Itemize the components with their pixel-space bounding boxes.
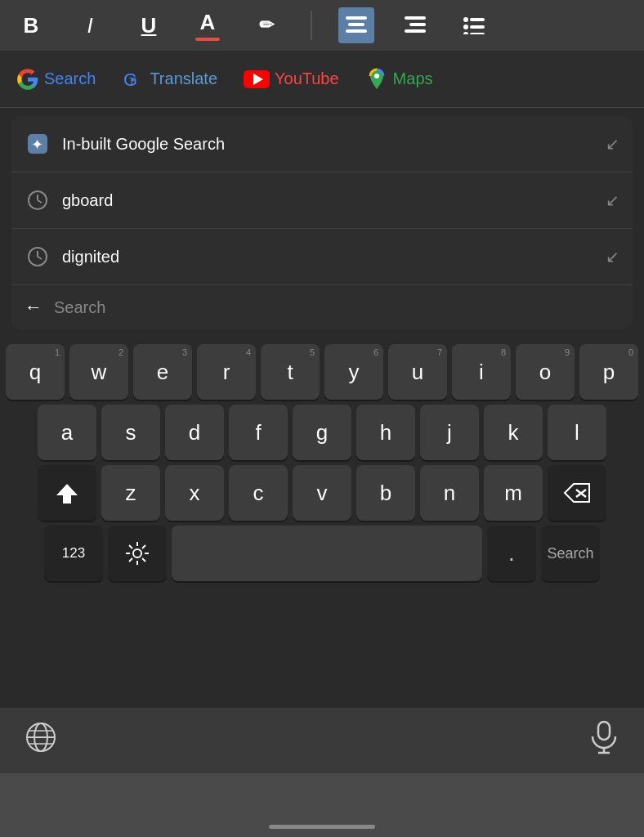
svg-point-6 (463, 17, 468, 22)
svg-rect-3 (405, 16, 426, 20)
dropdown-item-text: dignited (62, 248, 606, 266)
collapse-icon-2: ↙ (606, 190, 619, 210)
bookmark-icon: ✦ (25, 131, 51, 157)
svg-point-14 (374, 74, 379, 78)
key-row-3: z x c v b n m (3, 465, 641, 521)
search-input-row: ← Search (11, 285, 633, 329)
shortcuts-bar: Search G T Translate YouTube Maps (0, 51, 644, 108)
key-m[interactable]: m (484, 465, 543, 521)
key-b[interactable]: b (356, 465, 415, 521)
period-key[interactable]: . (487, 526, 536, 581)
shift-icon (55, 482, 79, 504)
key-row-2: a s d f g h j k l (3, 405, 641, 460)
key-n[interactable]: n (420, 465, 479, 521)
svg-rect-11 (470, 33, 485, 34)
home-bar (269, 825, 375, 829)
key-f[interactable]: f (229, 405, 288, 460)
svg-rect-4 (409, 23, 426, 26)
align-right-button[interactable] (397, 7, 433, 43)
key-a[interactable]: a (38, 405, 96, 460)
shortcut-maps[interactable]: Maps (365, 68, 433, 91)
search-label: Search (44, 69, 96, 88)
shortcut-search[interactable]: Search (16, 68, 96, 91)
shift-key[interactable] (38, 465, 96, 521)
key-y[interactable]: y6 (324, 344, 383, 400)
translate-icon: G T (122, 68, 145, 91)
svg-text:T: T (128, 75, 136, 88)
key-k[interactable]: k (484, 405, 543, 460)
search-key[interactable]: Search (541, 526, 600, 581)
svg-rect-40 (598, 722, 610, 740)
key-l[interactable]: l (548, 405, 606, 460)
svg-point-10 (463, 32, 468, 34)
space-key[interactable] (172, 526, 482, 581)
bold-button[interactable]: B (13, 7, 49, 43)
pencil-button[interactable]: ✏ (248, 7, 284, 43)
dropdown-item-text: gboard (62, 191, 606, 210)
key-d[interactable]: d (165, 405, 224, 460)
svg-line-32 (142, 558, 145, 562)
youtube-icon (244, 70, 270, 88)
youtube-label: YouTube (275, 69, 339, 88)
google-g-icon (16, 68, 39, 91)
key-h[interactable]: h (356, 405, 415, 460)
list-button[interactable] (456, 7, 492, 43)
shortcut-translate[interactable]: G T Translate (122, 68, 217, 91)
svg-rect-9 (470, 25, 485, 29)
key-p[interactable]: p0 (579, 344, 638, 400)
dropdown-item-builtin[interactable]: ✦ In-built Google Search ↙ (11, 116, 633, 172)
dropdown-item-text: In-built Google Search (62, 135, 606, 154)
key-i[interactable]: i8 (452, 344, 511, 400)
key-r[interactable]: r4 (197, 344, 256, 400)
svg-rect-1 (348, 23, 364, 26)
dropdown-item-gboard[interactable]: gboard ↙ (11, 172, 633, 229)
key-o[interactable]: o9 (516, 344, 575, 400)
svg-point-26 (133, 549, 141, 557)
align-center-button[interactable] (338, 7, 374, 43)
history-icon-1 (25, 187, 51, 213)
maps-icon (365, 68, 388, 91)
svg-marker-23 (56, 484, 78, 504)
color-indicator (195, 38, 220, 41)
mic-icon[interactable] (588, 720, 619, 762)
font-color-button[interactable]: A (190, 7, 226, 43)
home-indicator (0, 773, 644, 837)
key-w[interactable]: w2 (69, 344, 128, 400)
underline-button[interactable]: U (131, 7, 167, 43)
key-c[interactable]: c (229, 465, 288, 521)
search-dropdown: ✦ In-built Google Search ↙ gboard ↙ dign… (11, 116, 633, 329)
key-t[interactable]: t5 (261, 344, 320, 400)
list-icon (463, 16, 485, 34)
bottom-bar (0, 708, 644, 773)
key-g[interactable]: g (293, 405, 351, 460)
key-q[interactable]: q1 (6, 344, 65, 400)
backspace-key[interactable] (548, 465, 606, 521)
key-x[interactable]: x (165, 465, 224, 521)
svg-point-8 (463, 25, 468, 29)
history-icon-2 (25, 244, 51, 270)
toolbar-separator (311, 11, 312, 40)
dropdown-item-dignited[interactable]: dignited ↙ (11, 229, 633, 285)
svg-line-22 (38, 257, 42, 259)
settings-key[interactable] (108, 526, 167, 581)
globe-icon[interactable] (25, 721, 57, 761)
svg-line-19 (38, 200, 42, 203)
collapse-icon-3: ↙ (606, 247, 619, 266)
collapse-icon: ↙ (606, 134, 619, 154)
numbers-key[interactable]: 123 (44, 526, 103, 581)
align-right-icon (405, 16, 426, 34)
key-j[interactable]: j (420, 405, 479, 460)
key-s[interactable]: s (101, 405, 160, 460)
svg-rect-7 (470, 18, 485, 21)
backspace-icon (563, 482, 591, 504)
key-e[interactable]: e3 (133, 344, 192, 400)
key-u[interactable]: u7 (388, 344, 447, 400)
back-arrow-icon[interactable]: ← (25, 297, 42, 318)
key-v[interactable]: v (293, 465, 351, 521)
italic-button[interactable]: I (72, 7, 108, 43)
align-center-icon (346, 16, 367, 34)
key-z[interactable]: z (101, 465, 160, 521)
maps-label: Maps (393, 69, 433, 88)
svg-line-34 (129, 558, 132, 562)
shortcut-youtube[interactable]: YouTube (244, 69, 339, 88)
